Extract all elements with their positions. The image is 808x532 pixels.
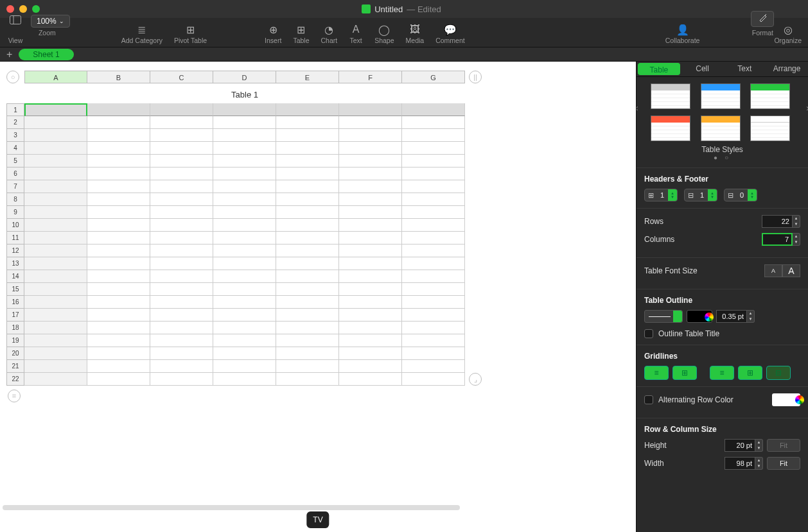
cell-B19[interactable] (87, 334, 150, 347)
cell-E21[interactable] (276, 360, 339, 373)
cell-G18[interactable] (402, 322, 465, 334)
add-column-handle[interactable]: || (469, 71, 482, 83)
column-header-G[interactable]: G (402, 71, 465, 83)
alt-row-checkbox[interactable] (644, 395, 653, 404)
cell-D20[interactable] (213, 347, 276, 360)
row-header-22[interactable]: 22 (6, 373, 24, 386)
cell-F10[interactable] (339, 219, 402, 232)
column-header-C[interactable]: C (150, 71, 213, 83)
cell-D1[interactable] (213, 103, 276, 116)
row-header-7[interactable]: 7 (6, 180, 24, 193)
footer-rows-stepper[interactable]: ⊟ 0 ▲▼ (724, 189, 757, 202)
cell-D9[interactable] (213, 206, 276, 219)
alt-row-color-swatch[interactable] (772, 393, 800, 406)
cell-F19[interactable] (339, 334, 402, 347)
cell-E3[interactable] (276, 129, 339, 142)
cell-B2[interactable] (87, 116, 150, 129)
cell-F22[interactable] (339, 373, 402, 386)
cell-D3[interactable] (213, 129, 276, 142)
cell-E9[interactable] (276, 206, 339, 219)
cell-A10[interactable] (24, 219, 87, 232)
horizontal-scrollbar[interactable] (3, 505, 460, 510)
cell-A17[interactable] (24, 309, 87, 322)
cell-C3[interactable] (150, 129, 213, 142)
cell-F13[interactable] (339, 257, 402, 270)
cell-D17[interactable] (213, 309, 276, 322)
row-header-2[interactable]: 2 (6, 116, 24, 129)
column-header-A[interactable]: A (24, 71, 87, 83)
cell-A21[interactable] (24, 360, 87, 373)
cell-B20[interactable] (87, 347, 150, 360)
comment-button[interactable]: 💬 Comment (435, 23, 465, 44)
column-header-E[interactable]: E (276, 71, 339, 83)
columns-field[interactable]: ▲▼ (762, 233, 800, 246)
cell-F21[interactable] (339, 360, 402, 373)
cell-F20[interactable] (339, 347, 402, 360)
cell-A9[interactable] (24, 206, 87, 219)
cell-G3[interactable] (402, 129, 465, 142)
cell-F17[interactable] (339, 309, 402, 322)
cell-D14[interactable] (213, 270, 276, 283)
table-style-green[interactable] (750, 83, 790, 109)
cell-F4[interactable] (339, 142, 402, 155)
cell-B13[interactable] (87, 257, 150, 270)
cell-D18[interactable] (213, 322, 276, 334)
cell-G9[interactable] (402, 206, 465, 219)
tab-table[interactable]: Table (638, 63, 680, 75)
cell-B14[interactable] (87, 270, 150, 283)
row-header-5[interactable]: 5 (6, 155, 24, 167)
row-height-field[interactable]: ▲▼ (725, 439, 763, 452)
cell-G16[interactable] (402, 296, 465, 309)
cell-E11[interactable] (276, 232, 339, 245)
view-button[interactable]: View (6, 13, 24, 44)
col-width-field[interactable]: ▲▼ (725, 457, 763, 470)
close-window-button[interactable] (6, 5, 14, 13)
cell-F11[interactable] (339, 232, 402, 245)
cell-C21[interactable] (150, 360, 213, 373)
cell-G11[interactable] (402, 232, 465, 245)
cell-B9[interactable] (87, 206, 150, 219)
header-cols-stepper[interactable]: ⊟ 1 ▲▼ (684, 189, 717, 202)
outline-color-swatch[interactable] (687, 310, 712, 323)
cell-D5[interactable] (213, 155, 276, 167)
cell-B1[interactable] (87, 103, 150, 116)
tab-text[interactable]: Text (724, 62, 766, 76)
sheet-tab-1[interactable]: Sheet 1 (19, 49, 73, 60)
column-header-B[interactable]: B (87, 71, 150, 83)
cell-G5[interactable] (402, 155, 465, 167)
cell-B6[interactable] (87, 167, 150, 180)
cell-C22[interactable] (150, 373, 213, 386)
cell-E6[interactable] (276, 167, 339, 180)
cell-E20[interactable] (276, 347, 339, 360)
table-title[interactable]: Table 1 (24, 90, 465, 99)
cell-A13[interactable] (24, 257, 87, 270)
cell-A12[interactable] (24, 245, 87, 257)
cell-C15[interactable] (150, 283, 213, 296)
cell-D22[interactable] (213, 373, 276, 386)
fit-width-button[interactable]: Fit (767, 457, 800, 470)
cell-C19[interactable] (150, 334, 213, 347)
font-smaller-button[interactable]: A (764, 264, 782, 277)
zoom-dropdown[interactable]: 100% ⌄ (31, 15, 70, 28)
cell-F9[interactable] (339, 206, 402, 219)
cell-A6[interactable] (24, 167, 87, 180)
add-sheet-button[interactable]: + (4, 49, 15, 60)
cell-C17[interactable] (150, 309, 213, 322)
cell-F16[interactable] (339, 296, 402, 309)
cell-A11[interactable] (24, 232, 87, 245)
cell-G15[interactable] (402, 283, 465, 296)
cell-A3[interactable] (24, 129, 87, 142)
gridlines-footer-button[interactable]: ⊟ (766, 366, 791, 380)
cell-D4[interactable] (213, 142, 276, 155)
row-header-1[interactable]: 1 (6, 103, 24, 116)
styles-prev-button[interactable]: ‹ (636, 103, 638, 113)
table-style-blue[interactable] (701, 83, 741, 109)
text-button[interactable]: A Text (349, 23, 363, 44)
add-row-handle[interactable]: = (8, 390, 21, 402)
collaborate-button[interactable]: 👤 Collaborate (665, 23, 700, 44)
cell-F1[interactable] (339, 103, 402, 116)
cell-E7[interactable] (276, 180, 339, 193)
cell-C9[interactable] (150, 206, 213, 219)
organize-button[interactable]: ◎ Organize (774, 23, 802, 44)
cell-D16[interactable] (213, 296, 276, 309)
